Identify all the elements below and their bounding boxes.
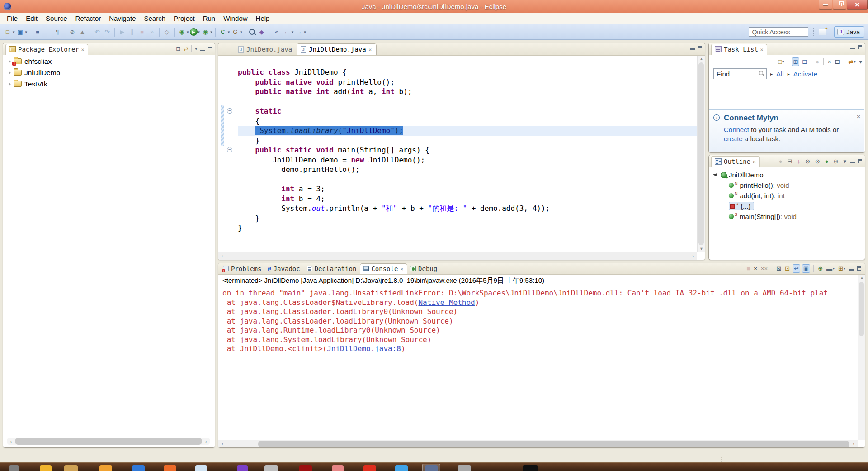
dropdown-arrow-icon[interactable]: ▾ bbox=[198, 30, 200, 34]
mylyn-connect-link[interactable]: Connect bbox=[724, 126, 749, 133]
hide-non-public-icon[interactable]: ● bbox=[824, 157, 830, 165]
close-button[interactable]: ✕ bbox=[847, 0, 868, 10]
display-selected-console-icon[interactable]: ▬▾ bbox=[826, 265, 835, 272]
hide-fields-icon[interactable]: ⊘ bbox=[804, 157, 811, 165]
code-line-15[interactable]: System.out.println(a + "和" + b + "的和是: "… bbox=[238, 204, 697, 214]
stack-trace-link[interactable]: Native Method bbox=[418, 298, 475, 307]
filter-all-link[interactable]: All bbox=[776, 70, 784, 78]
open-perspective-icon[interactable] bbox=[819, 29, 826, 35]
minimize-icon[interactable] bbox=[848, 266, 854, 271]
hide-completed-icon[interactable]: × bbox=[827, 58, 832, 66]
remove-launch-icon[interactable]: × bbox=[753, 265, 758, 272]
minimize-view-icon[interactable] bbox=[850, 162, 855, 163]
fold-collapse-icon[interactable]: − bbox=[227, 147, 232, 152]
code-line-2[interactable]: public native void printHello(); bbox=[238, 77, 697, 87]
taskbar-app-5[interactable] bbox=[164, 465, 176, 471]
view-menu-icon[interactable]: ▾ bbox=[195, 47, 197, 51]
open-console-icon[interactable]: ⊞▾ bbox=[837, 265, 846, 272]
resume-icon[interactable]: ▶ bbox=[118, 28, 127, 37]
remove-all-terminated-icon[interactable]: ×× bbox=[760, 265, 769, 272]
scroll-left-icon[interactable]: ‹ bbox=[7, 439, 15, 444]
taskbar-app-7[interactable] bbox=[237, 465, 248, 471]
close-view-icon[interactable]: ✕ bbox=[81, 47, 85, 52]
editor-tab-JniDemo.java[interactable]: JJniDemo.java bbox=[235, 44, 297, 55]
expander-icon[interactable] bbox=[9, 82, 11, 86]
java-perspective-button[interactable]: J Java bbox=[834, 26, 864, 38]
view-menu-icon[interactable]: ▾ bbox=[858, 58, 863, 66]
outline-item[interactable]: JniDllDemo bbox=[709, 170, 865, 180]
code-line-17[interactable]: } bbox=[238, 223, 697, 233]
terminate-icon[interactable]: ■ bbox=[746, 265, 751, 272]
code-line-5[interactable]: static bbox=[238, 106, 697, 116]
minimize-view-icon[interactable] bbox=[850, 48, 855, 49]
package-explorer-hscrollbar[interactable]: ‹ › bbox=[7, 438, 210, 445]
code-line-1[interactable]: public class JniDllDemo { bbox=[238, 67, 697, 77]
print-icon[interactable]: ¶ bbox=[53, 28, 62, 37]
code-line-4[interactable] bbox=[238, 97, 697, 107]
minimize-editor-icon[interactable] bbox=[690, 48, 695, 50]
outline-item[interactable]: Nadd(int, int) : int bbox=[709, 190, 865, 201]
pin-console-icon[interactable]: ⊕ bbox=[817, 265, 824, 272]
focus-on-workweek-icon[interactable]: ● bbox=[815, 58, 820, 66]
redo-icon[interactable]: ↷ bbox=[103, 28, 112, 37]
scroll-lock-icon[interactable]: ⊡ bbox=[784, 265, 791, 272]
console-tab-problems[interactable]: Problems bbox=[220, 264, 265, 274]
code-line-11[interactable]: demo.printHello(); bbox=[238, 165, 697, 175]
code-editor[interactable]: public class JniDllDemo { public native … bbox=[238, 56, 697, 252]
taskbar-app-eclipse-active[interactable] bbox=[425, 465, 438, 471]
menu-source[interactable]: Source bbox=[42, 13, 71, 24]
scroll-left-icon[interactable]: ‹ bbox=[218, 441, 226, 447]
taskbar-app-14[interactable] bbox=[458, 465, 471, 471]
close-view-icon[interactable]: ✕ bbox=[760, 47, 764, 52]
tree-item-ehfscliax[interactable]: !ehfscliax bbox=[3, 56, 215, 67]
scroll-right-icon[interactable]: › bbox=[689, 253, 697, 259]
new-java-class-icon[interactable]: C▾ bbox=[218, 28, 230, 37]
outline-tab[interactable]: Outline ✕ bbox=[711, 156, 760, 167]
title-bar[interactable]: Java - JniDllDemo/src/JniDllDemo.java - … bbox=[0, 0, 868, 13]
code-line-12[interactable] bbox=[238, 175, 697, 185]
dropdown-arrow-icon[interactable]: ▾ bbox=[25, 30, 28, 34]
undo-icon[interactable]: ↶ bbox=[93, 28, 102, 37]
menu-search[interactable]: Search bbox=[140, 13, 170, 24]
disconnect-icon[interactable]: » bbox=[147, 28, 156, 37]
code-line-13[interactable]: int a = 3; bbox=[238, 184, 697, 194]
menu-refactor[interactable]: Refactor bbox=[71, 13, 105, 24]
scheduled-presentation-icon[interactable]: ⊟ bbox=[801, 58, 808, 66]
dropdown-arrow-icon[interactable]: ▾ bbox=[13, 30, 15, 34]
maximize-view-icon[interactable] bbox=[208, 47, 212, 51]
taskbar-app-1[interactable] bbox=[40, 465, 52, 471]
console-tab-javadoc[interactable]: @Javadoc bbox=[265, 264, 303, 274]
run-icon[interactable]: ▶▾ bbox=[190, 28, 200, 36]
tree-item-TestVtk[interactable]: TestVtk bbox=[3, 78, 215, 90]
quick-access-input[interactable] bbox=[749, 27, 808, 37]
dropdown-arrow-icon[interactable]: ▾ bbox=[240, 30, 242, 34]
fold-collapse-icon[interactable]: − bbox=[227, 108, 232, 114]
scroll-right-icon[interactable]: › bbox=[849, 441, 858, 447]
clear-console-icon[interactable]: ⊠ bbox=[775, 265, 782, 272]
windows-taskbar[interactable] bbox=[0, 462, 868, 471]
stack-trace-link[interactable]: JniDllDemo.java:8 bbox=[327, 344, 401, 353]
dropdown-arrow-icon[interactable]: ▾ bbox=[782, 60, 784, 64]
taskbar-app-9[interactable] bbox=[299, 465, 312, 471]
taskbar-app-12[interactable] bbox=[395, 465, 408, 471]
scroll-up-icon[interactable]: ▲ bbox=[858, 275, 865, 281]
scroll-up-icon[interactable]: ▲ bbox=[698, 56, 705, 62]
task-list-tab[interactable]: Task List ✕ bbox=[711, 44, 767, 55]
minimize-button[interactable] bbox=[819, 0, 832, 10]
view-menu-icon[interactable]: ▾ bbox=[842, 157, 847, 165]
scrollbar-thumb[interactable] bbox=[258, 441, 849, 447]
close-view-icon[interactable]: ✕ bbox=[753, 159, 756, 165]
taskbar-app-11[interactable] bbox=[363, 465, 376, 471]
editor-body[interactable]: −− public class JniDllDemo { public nati… bbox=[218, 56, 705, 260]
synchronize-icon[interactable]: ⇄▾ bbox=[848, 58, 857, 66]
console-output[interactable]: on in thread "main" java.lang.Unsatisfie… bbox=[218, 285, 858, 440]
taskbar-app-8[interactable] bbox=[264, 465, 278, 471]
dropdown-arrow-icon[interactable]: ▾ bbox=[304, 30, 306, 34]
new-java-project-icon[interactable]: ▣▾ bbox=[16, 28, 28, 37]
skip-all-breakpoints-icon[interactable]: ⊘ bbox=[68, 28, 77, 37]
scroll-left-icon[interactable]: ‹ bbox=[218, 253, 226, 259]
taskbar-app-10[interactable] bbox=[332, 465, 344, 471]
console-tab-declaration[interactable]: Declaration bbox=[304, 264, 360, 274]
menu-window[interactable]: Window bbox=[219, 13, 251, 24]
collapse-all-icon[interactable]: ⊟ bbox=[834, 58, 841, 66]
